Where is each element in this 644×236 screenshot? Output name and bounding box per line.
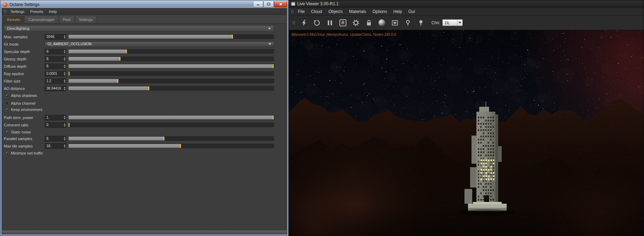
checkbox-label: Alpha channel xyxy=(11,101,35,105)
menu-settings[interactable]: Settings xyxy=(8,9,27,14)
spinner-arrows-icon[interactable] xyxy=(63,123,66,127)
channel-dropdown[interactable]: DL xyxy=(442,19,463,26)
coherent-ratio-slider[interactable] xyxy=(68,123,274,127)
filter-size-spinner[interactable]: 1.2 xyxy=(45,78,66,84)
param-label: GI mode xyxy=(4,42,45,46)
minimize-button[interactable] xyxy=(253,1,263,7)
diffuse-depth-slider[interactable] xyxy=(68,64,274,68)
restart-icon[interactable] xyxy=(312,18,322,28)
menu-gui[interactable]: Gui xyxy=(405,8,418,15)
spinner-arrows-icon[interactable] xyxy=(63,136,66,141)
spinner-arrows-icon[interactable] xyxy=(63,49,66,54)
render-ball-icon[interactable] xyxy=(377,18,387,28)
octane-menubar: Settings Presets Help xyxy=(2,8,287,15)
octane-window-title: Octane Settings xyxy=(9,2,253,7)
ray-epsilon-spinner[interactable]: 0.0001 xyxy=(45,71,66,77)
spinner-arrows-icon[interactable] xyxy=(63,34,66,39)
checkbox-row-static-noise[interactable]: ✓ Static noise xyxy=(5,129,274,135)
specular-depth-slider[interactable] xyxy=(68,49,274,54)
specular-depth-spinner[interactable]: 9. xyxy=(45,49,66,54)
alpha-channel-checkbox[interactable] xyxy=(5,101,9,105)
menu-help[interactable]: Help xyxy=(390,8,405,15)
spinner-arrows-icon[interactable] xyxy=(63,86,66,91)
checkbox-row-keep-environment[interactable]: ✓ Keep environment xyxy=(5,107,274,112)
close-button[interactable] xyxy=(274,1,287,7)
ray-epsilon-slider[interactable] xyxy=(68,71,274,76)
glossy-depth-spinner[interactable]: 8. xyxy=(45,56,66,62)
ao-distance-slider[interactable] xyxy=(68,86,274,91)
directlighting-section-header[interactable]: Directlighting xyxy=(4,25,274,32)
menu-presets[interactable]: Presets xyxy=(27,9,46,14)
max-samples-spinner[interactable]: 2048. xyxy=(45,34,66,40)
spinner-arrows-icon[interactable] xyxy=(63,64,66,69)
tab-cameraimager[interactable]: CameraImager xyxy=(25,16,58,23)
keep-environment-checkbox[interactable]: ✓ xyxy=(5,107,9,111)
max-tile-samples-spinner[interactable]: 18. xyxy=(45,143,66,149)
gear-icon[interactable] xyxy=(351,18,361,28)
param-row-max-samples: Max. samples 2048. xyxy=(4,34,274,40)
param-row-diffuse-depth: Diffuse depth 8. xyxy=(4,63,274,69)
menu-options[interactable]: Options xyxy=(369,8,390,15)
tab-settings[interactable]: Settings xyxy=(75,16,97,23)
spinner-arrows-icon[interactable] xyxy=(63,57,66,61)
dropdown-arrow-button[interactable] xyxy=(457,20,462,26)
menu-objects[interactable]: Objects xyxy=(325,8,346,15)
menu-cloud[interactable]: Cloud xyxy=(308,8,325,15)
octane-app-icon xyxy=(3,2,7,7)
spinner-value: 0 xyxy=(45,123,63,127)
menu-file[interactable]: File xyxy=(295,8,308,15)
param-row-specular-depth: Specular depth 9. xyxy=(4,48,274,54)
param-row-ao-distance: AO distance 38.94416 xyxy=(4,85,274,91)
menu-help[interactable]: Help xyxy=(46,9,60,14)
spinner-arrows-icon[interactable] xyxy=(63,115,66,120)
parallel-samples-slider[interactable] xyxy=(68,136,274,141)
spinner-arrows-icon[interactable] xyxy=(63,144,66,149)
material-picker-icon[interactable] xyxy=(403,18,413,28)
spinner-arrows-icon[interactable] xyxy=(63,71,66,76)
checkbox-label: Minimize net traffic xyxy=(11,151,43,155)
gi-mode-dropdown[interactable]: GI_AMBIENT_OCCLUSION xyxy=(45,41,274,47)
menu-materials[interactable]: Materials xyxy=(346,8,369,15)
glossy-depth-slider[interactable] xyxy=(68,57,274,61)
bottom-scroll-strip[interactable] xyxy=(2,230,287,234)
sync-bolt-icon[interactable] xyxy=(299,18,309,28)
max-samples-slider[interactable] xyxy=(68,34,274,39)
tab-kernels[interactable]: Kernels xyxy=(3,16,24,23)
param-row-max-tile-samples: Max tile samples 18. xyxy=(4,143,274,149)
minimize-net-traffic-checkbox[interactable]: ✓ xyxy=(5,151,9,155)
reset-icon[interactable]: R xyxy=(338,18,348,28)
path-term-power-spinner[interactable]: 1. xyxy=(45,115,66,120)
ao-distance-spinner[interactable]: 38.94416 xyxy=(45,86,66,91)
spinner-value: 8. xyxy=(45,57,63,61)
checkbox-row-alpha-channel[interactable]: Alpha channel xyxy=(5,100,274,106)
coherent-ratio-spinner[interactable]: 0 xyxy=(45,122,66,128)
maximize-button[interactable] xyxy=(264,1,274,7)
path-term-power-slider[interactable] xyxy=(68,115,274,120)
alpha-shadows-checkbox[interactable]: ✓ xyxy=(5,93,9,97)
render-canvas[interactable] xyxy=(289,30,644,236)
filter-size-slider[interactable] xyxy=(68,79,274,83)
spinner-arrows-icon[interactable] xyxy=(63,79,66,84)
lock-icon[interactable] xyxy=(364,18,374,28)
toolbar-grip-icon xyxy=(292,21,295,25)
pause-icon[interactable] xyxy=(325,18,335,28)
spinner-value: 9. xyxy=(45,49,63,54)
static-noise-checkbox[interactable]: ✓ xyxy=(5,130,9,134)
max-tile-samples-slider[interactable] xyxy=(68,144,274,148)
checkbox-label: Alpha shadows xyxy=(11,93,37,98)
param-label: Filter size xyxy=(4,79,45,83)
focus-picker-icon[interactable] xyxy=(416,18,426,28)
checkbox-row-alpha-shadows[interactable]: ✓ Alpha shadows xyxy=(5,93,274,98)
desktop: Octane Settings Settings Presets xyxy=(0,0,644,236)
section-title: Directlighting xyxy=(7,26,30,31)
region-icon[interactable] xyxy=(390,18,400,28)
octane-titlebar[interactable]: Octane Settings xyxy=(0,0,288,8)
parallel-samples-spinner[interactable]: 8. xyxy=(45,136,66,142)
param-row-parallel-samples: Parallel samples 8. xyxy=(4,136,274,142)
viewer-titlebar[interactable]: Live Viewer 3.00-R1.1 xyxy=(289,0,644,8)
param-row-path-term-power: Path term. power 1. xyxy=(4,114,274,120)
diffuse-depth-spinner[interactable]: 8. xyxy=(45,64,66,69)
tab-post[interactable]: Post xyxy=(59,16,74,23)
render-viewport[interactable]: Mls/used:0 Mb/sTotal. MeshesNums. Update… xyxy=(289,30,644,236)
checkbox-row-minimize-net-traffic[interactable]: ✓ Minimize net traffic xyxy=(5,150,274,156)
